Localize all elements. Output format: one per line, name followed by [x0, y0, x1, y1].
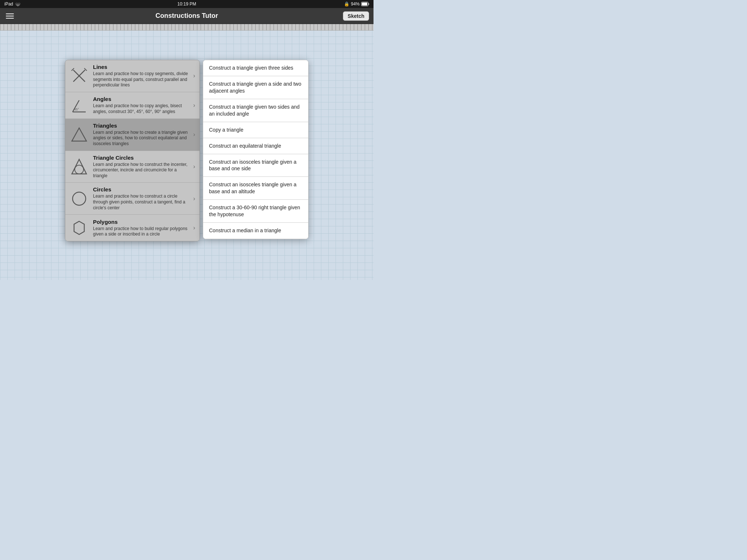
- status-left: iPad: [4, 1, 20, 7]
- lines-title: Lines: [93, 64, 189, 70]
- polygons-text: Polygons Learn and practice how to build…: [93, 219, 189, 237]
- angles-text: Angles Learn and practice how to copy an…: [93, 96, 189, 114]
- wifi-icon: [15, 2, 20, 6]
- menu-line-2: [6, 16, 14, 16]
- device-label: iPad: [4, 1, 13, 7]
- triangles-title: Triangles: [93, 122, 189, 129]
- battery-percentage: 94%: [351, 1, 360, 7]
- triangle-circles-desc: Learn and practice how to construct the …: [93, 162, 189, 179]
- circles-desc: Learn and practice how to construct a ci…: [93, 194, 189, 211]
- menu-item-circles[interactable]: Circles Learn and practice how to constr…: [65, 183, 200, 215]
- menu-panel: Lines Learn and practice how to copy seg…: [65, 60, 200, 241]
- lines-desc: Learn and practice how to copy segments,…: [93, 71, 189, 88]
- polygons-desc: Learn and practice how to build regular …: [93, 226, 189, 237]
- submenu-item-median[interactable]: Construct a median in a triangle: [203, 223, 308, 239]
- submenu-panel: Construct a triangle given three sides C…: [203, 60, 309, 239]
- submenu-item-side-two-angles[interactable]: Construct a triangle given a side and tw…: [203, 76, 308, 99]
- submenu-item-30-60-90[interactable]: Construct a 30-60-90 right triangle give…: [203, 200, 308, 223]
- lines-icon: [70, 66, 89, 85]
- triangle-circles-chevron: ›: [193, 163, 195, 170]
- menu-item-angles[interactable]: 45° Angles Learn and practice how to cop…: [65, 92, 200, 119]
- submenu-item-copy-triangle[interactable]: Copy a triangle: [203, 122, 308, 138]
- triangles-desc: Learn and practice how to create a trian…: [93, 130, 189, 147]
- svg-marker-10: [72, 159, 86, 174]
- svg-rect-1: [362, 3, 367, 5]
- svg-marker-13: [74, 221, 84, 234]
- main-content: Lines Learn and practice how to copy seg…: [0, 31, 374, 241]
- svg-point-12: [73, 192, 86, 205]
- sketch-button[interactable]: Sketch: [343, 11, 369, 21]
- polygons-title: Polygons: [93, 219, 189, 225]
- menu-item-triangles[interactable]: Triangles Learn and practice how to crea…: [65, 119, 200, 151]
- menu-item-triangle-circles[interactable]: Triangle Circles Learn and practice how …: [65, 151, 200, 183]
- menu-item-polygons[interactable]: Polygons Learn and practice how to build…: [65, 215, 200, 241]
- menu-line-1: [6, 13, 14, 14]
- triangle-circles-text: Triangle Circles Learn and practice how …: [93, 155, 189, 179]
- nav-bar: Constructions Tutor Sketch: [0, 8, 374, 24]
- submenu-item-two-sides-angle[interactable]: Construct a triangle given two sides and…: [203, 99, 308, 122]
- menu-item-lines[interactable]: Lines Learn and practice how to copy seg…: [65, 60, 200, 92]
- circles-text: Circles Learn and practice how to constr…: [93, 186, 189, 211]
- svg-text:45°: 45°: [74, 108, 79, 111]
- triangle-circles-title: Triangle Circles: [93, 155, 189, 161]
- ruler: [0, 24, 374, 31]
- angles-desc: Learn and practice how to copy angles, b…: [93, 103, 189, 114]
- polygons-icon: [70, 218, 89, 237]
- status-time: 10:19 PM: [177, 1, 196, 7]
- triangles-text: Triangles Learn and practice how to crea…: [93, 122, 189, 147]
- lock-icon: 🔒: [344, 1, 349, 7]
- submenu-item-equilateral[interactable]: Construct an equilateral triangle: [203, 138, 308, 154]
- lines-text: Lines Learn and practice how to copy seg…: [93, 64, 189, 88]
- angles-chevron: ›: [193, 102, 195, 109]
- angles-title: Angles: [93, 96, 189, 102]
- menu-button[interactable]: [4, 12, 15, 20]
- angles-icon: 45°: [70, 96, 89, 115]
- svg-marker-9: [72, 128, 86, 141]
- submenu-item-isosceles-base-side[interactable]: Construct an isosceles triangle given a …: [203, 154, 308, 177]
- circles-icon: [70, 189, 89, 208]
- triangle-circles-icon: [70, 157, 89, 176]
- lines-chevron: ›: [193, 73, 195, 79]
- menu-line-3: [6, 18, 14, 19]
- circles-chevron: ›: [193, 195, 195, 202]
- battery-icon: [361, 2, 369, 6]
- submenu-item-isosceles-base-alt[interactable]: Construct an isosceles triangle given a …: [203, 177, 308, 200]
- circles-title: Circles: [93, 186, 189, 192]
- nav-title: Constructions Tutor: [155, 12, 218, 20]
- polygons-chevron: ›: [193, 225, 195, 231]
- triangles-chevron: ›: [193, 131, 195, 138]
- status-bar: iPad 10:19 PM 🔒 94%: [0, 0, 374, 8]
- status-right: 🔒 94%: [344, 1, 369, 7]
- triangles-icon: [70, 125, 89, 144]
- svg-point-11: [75, 165, 84, 174]
- submenu-item-three-sides[interactable]: Construct a triangle given three sides: [203, 60, 308, 76]
